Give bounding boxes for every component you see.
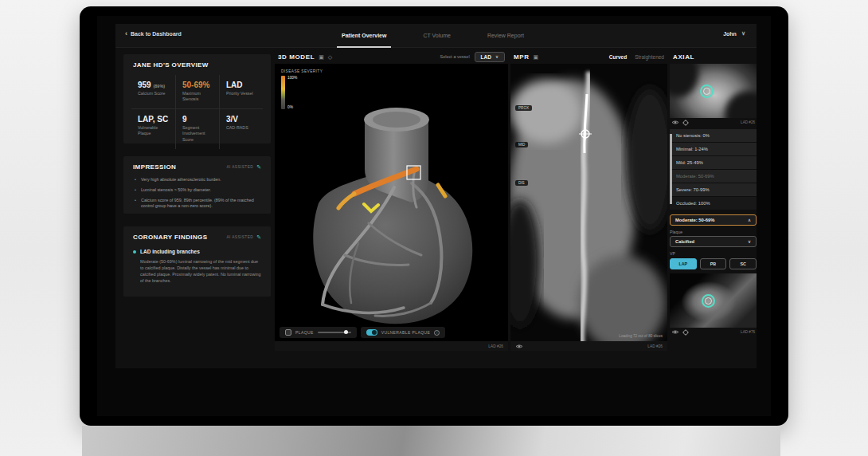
mpr-ct-image (510, 64, 667, 351)
stenosis-dropdown-list: No stenosis: 0% Minimal: 1-24% Mild: 25-… (670, 129, 757, 210)
vessel-select-dropdown[interactable]: LAD ∨ (475, 52, 505, 62)
stat-vulnerable-plaque: LAP, SC Vulnerable Plaque (131, 108, 175, 148)
stenosis-option[interactable]: Occluded: 100% (670, 197, 757, 210)
axial-top-image[interactable] (670, 64, 757, 118)
impression-bullet: Luminal stenosis > 50% by diameter. (135, 187, 261, 194)
chevron-down-icon: ∨ (495, 54, 499, 59)
ai-assisted-label: AI ASSISTED (226, 235, 253, 239)
disease-severity-legend: DISEASE SEVERITY 100% 0% (281, 69, 323, 109)
user-menu[interactable]: John ∨ (723, 30, 745, 37)
panel-mpr: MPR ▣ Curved Straightened (510, 49, 667, 351)
stat-priority-vessel: LAD Priority Vessel (219, 75, 263, 108)
user-name: John (723, 31, 737, 37)
chevron-up-icon: ∧ (748, 218, 751, 222)
finding-description: Moderate (50-69%) luminal narrowing of t… (123, 254, 271, 284)
panel-3d-model: 3D MODEL ▣ ◇ Select a vessel LAD ∨ (275, 49, 508, 351)
segment-label-dis: DIS (515, 180, 528, 186)
eye-icon[interactable] (671, 120, 679, 125)
stenosis-option[interactable]: No stenosis: 0% (670, 129, 757, 143)
app-window: ‹ Back to Dashboard Patient Overview CT … (115, 24, 757, 368)
vessel-bullet-dot (133, 250, 136, 254)
coronary-findings-card: CORONARY FINDINGS AI ASSISTED ✎ LAD incl… (123, 226, 271, 297)
stat-cad-rads: 3/V CAD-RADS (219, 108, 263, 148)
segment-label-prox: PROX (515, 105, 532, 111)
3d-view-controls: PLAQUE VULNERABLE PLAQUE i (280, 327, 445, 338)
patient-overview-card: JANE HD'S OVERVIEW 959 (89%) Calcium Sco… (123, 54, 271, 143)
axial-bottom-slice-label: LAD #76 (741, 330, 755, 334)
background-image-sliver (670, 134, 672, 204)
vp-button-sc[interactable]: SC (729, 258, 757, 269)
edit-icon[interactable]: ✎ (256, 164, 261, 171)
stat-calcium-percentile: (89%) (153, 84, 165, 88)
monitor-stand (82, 426, 780, 456)
impression-bullet: Very high absolute atherosclerotic burde… (135, 177, 261, 183)
mpr-slice-label: LAD #26 (647, 344, 663, 348)
info-icon[interactable]: i (434, 330, 440, 336)
stenosis-option[interactable]: Minimal: 1-24% (670, 143, 757, 156)
lesion-ring-annotation (702, 294, 715, 308)
legend-title: DISEASE SEVERITY (281, 69, 323, 73)
plaque-opacity-slider[interactable] (318, 332, 351, 333)
segment-label-mid: MID (515, 142, 528, 147)
stat-maximum-stenosis: 50-69% Maximum Stenosis (175, 75, 219, 108)
axial-title: AXIAL (673, 53, 694, 61)
orientation-icon[interactable]: ◇ (328, 54, 332, 60)
impression-title: IMPRESSION (133, 163, 176, 171)
impression-bullets: Very high absolute atherosclerotic burde… (123, 171, 271, 210)
impression-bullet: Calcium score of 959, 89th percentile. (… (135, 198, 261, 210)
ai-assisted-label: AI ASSISTED (226, 165, 253, 169)
stenosis-option[interactable]: Severe: 70-99% (670, 183, 757, 197)
mpr-mode-curved[interactable]: Curved (609, 54, 627, 60)
vp-button-pb[interactable]: PB (700, 258, 727, 269)
mpr-mode-straightened[interactable]: Straightened (635, 54, 664, 60)
chevron-left-icon: ‹ (125, 30, 127, 37)
eye-icon[interactable] (671, 329, 679, 335)
plaque-type-select[interactable]: Calcified ∨ (670, 236, 757, 247)
plaque-label: PLAQUE (295, 330, 314, 335)
severity-gradient-bar (281, 76, 285, 109)
eye-icon[interactable] (515, 344, 523, 349)
stat-calcium-score: 959 (89%) Calcium Score (131, 75, 175, 108)
legend-max: 100% (287, 76, 297, 80)
back-label: Back to Dashboard (131, 31, 182, 37)
chevron-down-icon: ∨ (748, 239, 751, 244)
stenosis-option[interactable]: Mild: 25-49% (670, 156, 757, 170)
overview-card-title: JANE HD'S OVERVIEW (133, 61, 209, 69)
axial-top-toolbar: LAD #26 (670, 118, 757, 127)
axial-top-slice-label: LAD #26 (741, 120, 755, 124)
stenosis-option-selected[interactable]: Moderate: 50-69% (670, 170, 757, 183)
plaque-layer-icon[interactable] (285, 329, 291, 336)
nav-tabs: Patient Overview CT Volume Review Report (337, 24, 529, 48)
3d-model-title: 3D MODEL (278, 53, 315, 61)
stat-segment-involvement: 9 Segment Involvement Score (175, 108, 219, 148)
tab-review-report[interactable]: Review Report (483, 24, 529, 48)
chevron-down-icon: ∨ (741, 30, 745, 37)
vp-button-lap[interactable]: LAP (670, 258, 697, 269)
tab-patient-overview[interactable]: Patient Overview (337, 24, 391, 48)
mpr-title: MPR (514, 53, 530, 61)
3d-slice-label: LAD #26 (488, 344, 503, 348)
vulnerable-plaque-label: VULNERABLE PLAQUE (381, 330, 431, 335)
legend-min: 0% (287, 105, 297, 109)
top-nav: ‹ Back to Dashboard Patient Overview CT … (115, 24, 757, 48)
impression-card: IMPRESSION AI ASSISTED ✎ Very high absol… (123, 156, 271, 214)
edit-icon[interactable]: ✎ (256, 234, 261, 241)
mpr-layout-icon[interactable]: ▣ (534, 54, 539, 60)
tab-ct-volume[interactable]: CT Volume (418, 24, 456, 48)
vp-button-group: LAP PB SC (670, 258, 757, 269)
vulnerable-plaque-toggle[interactable] (366, 329, 377, 336)
3d-model-viewport[interactable]: DISEASE SEVERITY 100% 0% PLAQUE (275, 64, 508, 351)
loading-status: Loading 72 out of 80 slices (619, 334, 663, 338)
mpr-viewport[interactable]: PROX MID DIS Loading 72 out of 80 slices… (510, 64, 667, 351)
back-to-dashboard-button[interactable]: ‹ Back to Dashboard (125, 30, 182, 37)
target-icon[interactable] (682, 329, 689, 336)
panel-axial: AXIAL LAD #26 No steno (670, 49, 757, 351)
vp-field-label: VP (670, 251, 757, 256)
stenosis-select-button[interactable]: Moderate: 50-69% ∧ (670, 214, 757, 226)
axial-bottom-image[interactable] (670, 273, 757, 328)
finding-vessel-title[interactable]: LAD including branches (140, 249, 200, 254)
target-icon[interactable] (682, 120, 689, 126)
findings-title: CORONARY FINDINGS (133, 234, 207, 241)
reset-view-icon[interactable]: ▣ (319, 54, 324, 60)
overview-stats-grid: 959 (89%) Calcium Score 50-69% Maximum S… (131, 75, 263, 149)
